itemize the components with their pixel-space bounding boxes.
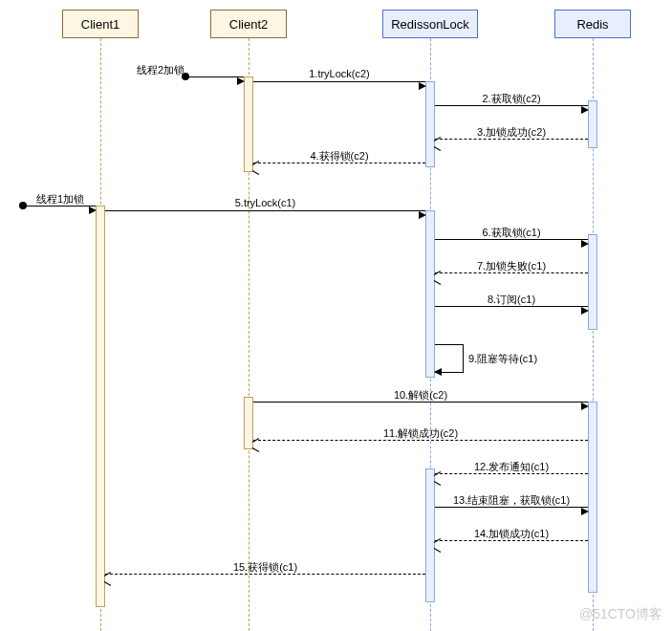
watermark: @51CTO博客 <box>579 606 662 623</box>
msg-9-self <box>435 344 464 373</box>
label-2: 2.获取锁(c2) <box>435 92 588 106</box>
participant-client2: Client2 <box>210 10 287 38</box>
label-10: 10.解锁(c2) <box>253 388 588 403</box>
label-5: 5.tryLock(c1) <box>105 197 425 208</box>
label-11: 11.解锁成功(c2) <box>253 426 588 441</box>
label-found-thread1: 线程1加锁 <box>22 192 98 207</box>
arrow-icon <box>419 211 426 219</box>
activation-redissonlock-c <box>425 468 435 602</box>
arrow-icon <box>581 403 589 410</box>
label-8: 8.订阅(c1) <box>435 293 588 307</box>
label-14: 14.加锁成功(c1) <box>435 527 588 541</box>
arrow-icon <box>419 82 426 90</box>
msg-3: 3.加锁成功(c2) <box>435 139 588 140</box>
arrow-icon <box>89 207 97 214</box>
label-3: 3.加锁成功(c2) <box>435 125 588 140</box>
activation-redis-b <box>588 234 597 330</box>
activation-client2-a <box>244 76 253 172</box>
activation-client1 <box>96 206 105 607</box>
msg-13: 13.结束阻塞，获取锁(c1) <box>435 507 588 508</box>
activation-redissonlock-b <box>425 210 435 378</box>
arrow-icon <box>581 307 589 315</box>
msg-4: 4.获得锁(c2) <box>253 163 425 163</box>
label-1: 1.tryLock(c2) <box>253 68 425 79</box>
msg-1: 1.tryLock(c2) <box>253 81 425 82</box>
msg-2: 2.获取锁(c2) <box>435 105 588 106</box>
label-found-thread2: 线程2加锁 <box>132 63 189 77</box>
label-12: 12.发布通知(c1) <box>435 460 588 474</box>
activation-redis-a <box>588 100 597 148</box>
msg-5: 5.tryLock(c1) <box>105 210 425 211</box>
participant-client1: Client1 <box>62 10 139 38</box>
arrow-icon <box>581 240 589 248</box>
msg-6: 6.获取锁(c1) <box>435 239 588 240</box>
activation-redissonlock-a <box>425 81 435 167</box>
arrow-icon <box>237 77 245 85</box>
msg-found-thread1: 线程1加锁 <box>27 206 96 207</box>
msg-8: 8.订阅(c1) <box>435 306 588 307</box>
arrow-icon <box>581 508 589 515</box>
label-9: 9.阻塞等待(c1) <box>468 352 537 366</box>
label-15: 15.获得锁(c1) <box>105 560 425 575</box>
activation-redis-c <box>588 402 597 593</box>
msg-10: 10.解锁(c2) <box>253 402 588 403</box>
msg-15: 15.获得锁(c1) <box>105 574 425 575</box>
msg-found-thread2: 线程2加锁 <box>189 76 244 77</box>
label-7: 7.加锁失败(c1) <box>435 259 588 273</box>
msg-12: 12.发布通知(c1) <box>435 473 588 474</box>
label-4: 4.获得锁(c2) <box>253 149 425 163</box>
msg-11: 11.解锁成功(c2) <box>253 440 588 441</box>
arrow-icon <box>434 368 442 376</box>
participant-redis: Redis <box>554 10 631 38</box>
label-13: 13.结束阻塞，获取锁(c1) <box>435 493 588 508</box>
msg-7: 7.加锁失败(c1) <box>435 272 588 273</box>
arrow-icon <box>581 106 589 114</box>
label-6: 6.获取锁(c1) <box>435 226 588 240</box>
participant-redissonlock: RedissonLock <box>382 10 478 38</box>
msg-14: 14.加锁成功(c1) <box>435 540 588 541</box>
